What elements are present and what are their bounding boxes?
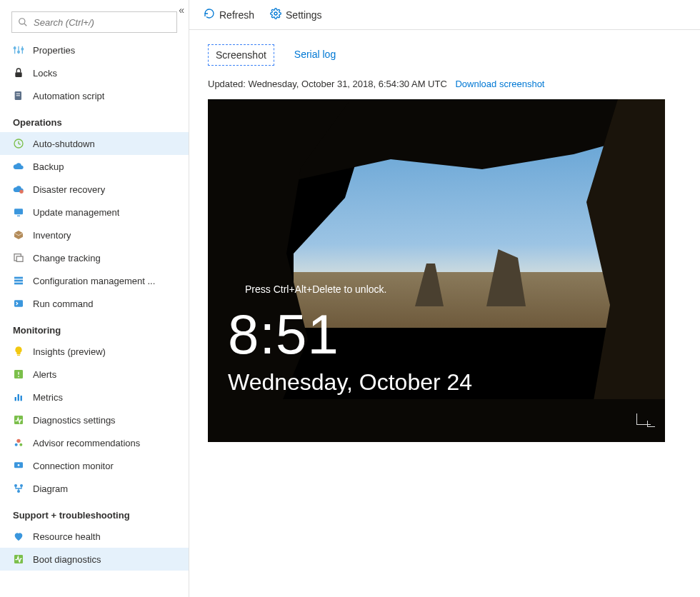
- svg-line-1: [24, 24, 26, 26]
- sidebar-item-metrics[interactable]: Metrics: [0, 386, 189, 408]
- svg-point-5: [14, 47, 16, 49]
- main-panel: Refresh Settings Screenshot Serial log U…: [189, 0, 700, 597]
- sidebar-item-diagnostics-settings[interactable]: Diagnostics settings: [0, 408, 189, 431]
- svg-point-30: [15, 443, 18, 446]
- sidebar-item-connection-monitor[interactable]: Connection monitor: [0, 454, 189, 477]
- svg-point-6: [18, 51, 20, 53]
- svg-rect-26: [18, 394, 19, 401]
- sidebar-item-label: Change tracking: [33, 253, 101, 264]
- collapse-sidebar-icon[interactable]: «: [179, 4, 184, 16]
- settings-button[interactable]: Settings: [270, 8, 322, 21]
- heart-icon: [13, 531, 24, 542]
- sidebar-item-diagram[interactable]: Diagram: [0, 477, 189, 500]
- svg-rect-25: [15, 397, 16, 401]
- lock-icon: [13, 67, 24, 79]
- sidebar-item-locks[interactable]: Locks: [0, 61, 189, 84]
- sidebar-item-label: Update management: [33, 207, 119, 218]
- sidebar-search[interactable]: [11, 11, 177, 33]
- sidebar-item-update-management[interactable]: Update management: [0, 201, 189, 224]
- svg-point-36: [18, 491, 20, 493]
- sidebar-item-label: Properties: [33, 45, 75, 56]
- search-icon: [18, 17, 28, 27]
- settings-label: Settings: [286, 9, 322, 21]
- track-icon: [13, 252, 24, 264]
- sidebar-item-label: Metrics: [33, 392, 63, 403]
- sidebar-item-label: Resource health: [33, 531, 101, 542]
- section-header: Operations: [0, 107, 189, 132]
- config-icon: [13, 275, 24, 286]
- cloud-icon: [13, 161, 24, 172]
- diagram-icon: [13, 483, 24, 494]
- section-header: Monitoring: [0, 315, 189, 340]
- box-icon: [13, 229, 24, 241]
- sidebar-item-label: Disaster recovery: [33, 184, 105, 195]
- sidebar-nav[interactable]: PropertiesLocksAutomation scriptOperatio…: [0, 39, 189, 597]
- status-line: Updated: Wednesday, October 31, 2018, 6:…: [208, 79, 681, 89]
- terminal-icon: [13, 298, 24, 309]
- svg-point-33: [18, 464, 20, 466]
- connection-icon: [13, 460, 24, 471]
- download-screenshot-link[interactable]: Download screenshot: [455, 79, 544, 89]
- sidebar-item-backup[interactable]: Backup: [0, 155, 189, 178]
- sidebar-item-label: Locks: [33, 68, 57, 79]
- sidebar-item-label: Auto-shutdown: [33, 139, 95, 149]
- sidebar-item-run-command[interactable]: Run command: [0, 292, 189, 315]
- sidebar-item-automation-script[interactable]: Automation script: [0, 84, 189, 107]
- sidebar-item-resource-health[interactable]: Resource health: [0, 525, 189, 548]
- sidebar-item-label: Backup: [33, 161, 64, 172]
- sidebar-item-label: Diagram: [33, 483, 68, 494]
- sidebar-item-advisor-recommendations[interactable]: Advisor recommendations: [0, 431, 189, 454]
- sidebar-item-label: Run command: [33, 298, 94, 309]
- tab-screenshot[interactable]: Screenshot: [208, 44, 274, 66]
- svg-point-24: [18, 376, 19, 377]
- sidebar-item-label: Alerts: [33, 369, 56, 380]
- cloud-alert-icon: [13, 184, 24, 195]
- svg-rect-21: [14, 300, 23, 306]
- sidebar-item-boot-diagnostics[interactable]: Boot diagnostics: [0, 548, 189, 571]
- lockscreen-date: Wednesday, October 24: [228, 369, 665, 396]
- svg-point-29: [16, 439, 20, 443]
- sidebar-item-label: Diagnostics settings: [33, 415, 116, 426]
- svg-rect-10: [16, 94, 20, 94]
- svg-point-34: [15, 485, 17, 487]
- svg-rect-27: [21, 396, 22, 401]
- svg-rect-20: [14, 283, 23, 285]
- sidebar-item-label: Advisor recommendations: [33, 438, 140, 448]
- clock-icon: [13, 138, 24, 149]
- heartbeat-icon: [13, 414, 24, 426]
- content-area: Screenshot Serial log Updated: Wednesday…: [189, 30, 700, 456]
- sidebar-item-auto-shutdown[interactable]: Auto-shutdown: [0, 132, 189, 155]
- sliders-icon: [13, 44, 24, 56]
- svg-rect-17: [16, 256, 23, 261]
- svg-point-38: [274, 12, 277, 15]
- sidebar-item-insights[interactable]: Insights (preview): [0, 340, 189, 363]
- svg-rect-11: [16, 95, 20, 96]
- sidebar-item-change-tracking[interactable]: Change tracking: [0, 246, 189, 269]
- lockscreen-time: 8:51: [228, 306, 665, 362]
- lockscreen-cave: [208, 399, 665, 442]
- svg-rect-18: [14, 277, 23, 279]
- tab-serial-log[interactable]: Serial log: [287, 44, 343, 66]
- svg-rect-19: [14, 280, 23, 282]
- sidebar-item-configuration-management[interactable]: Configuration management ...: [0, 269, 189, 292]
- svg-point-31: [19, 443, 22, 446]
- sidebar-item-properties[interactable]: Properties: [0, 39, 189, 61]
- svg-point-13: [19, 190, 23, 194]
- sidebar: « PropertiesLocksAutomation scriptOperat…: [0, 0, 189, 597]
- sidebar-item-label: Connection monitor: [33, 461, 114, 471]
- advisor-icon: [13, 437, 24, 448]
- svg-point-7: [21, 48, 24, 50]
- sidebar-item-label: Automation script: [33, 91, 104, 101]
- sidebar-item-disaster-recovery[interactable]: Disaster recovery: [0, 178, 189, 201]
- alert-icon: [13, 368, 24, 380]
- refresh-button[interactable]: Refresh: [204, 8, 254, 21]
- script-icon: [13, 90, 24, 101]
- refresh-icon: [204, 8, 215, 21]
- svg-rect-8: [15, 72, 21, 77]
- sidebar-item-alerts[interactable]: Alerts: [0, 363, 189, 386]
- gear-icon: [270, 8, 281, 21]
- search-input[interactable]: [32, 16, 171, 29]
- toolbar: Refresh Settings: [189, 0, 700, 30]
- sidebar-item-inventory[interactable]: Inventory: [0, 224, 189, 246]
- chart-icon: [13, 391, 24, 403]
